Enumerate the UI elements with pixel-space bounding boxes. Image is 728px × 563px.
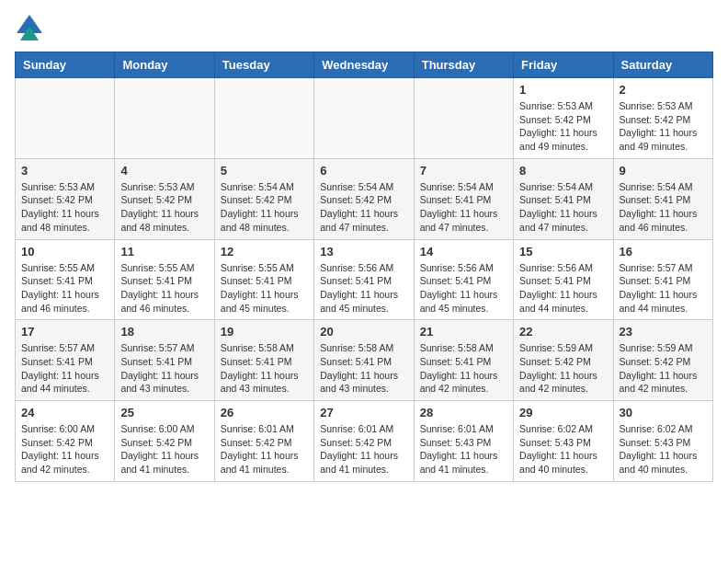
calendar-cell: 23Sunrise: 5:59 AM Sunset: 5:42 PM Dayli… bbox=[613, 320, 712, 401]
day-number: 19 bbox=[221, 325, 308, 339]
day-info: Sunrise: 5:59 AM Sunset: 5:42 PM Dayligh… bbox=[519, 341, 607, 396]
day-number: 23 bbox=[620, 325, 707, 339]
day-info: Sunrise: 5:54 AM Sunset: 5:42 PM Dayligh… bbox=[221, 180, 308, 235]
calendar-table: SundayMondayTuesdayWednesdayThursdayFrid… bbox=[15, 52, 713, 482]
day-number: 26 bbox=[221, 406, 308, 419]
calendar-week-row: 3Sunrise: 5:53 AM Sunset: 5:42 PM Daylig… bbox=[16, 158, 713, 239]
day-number: 10 bbox=[21, 245, 108, 259]
day-of-week-header: Thursday bbox=[414, 52, 513, 78]
day-number: 9 bbox=[620, 164, 707, 178]
day-number: 29 bbox=[519, 406, 607, 419]
day-info: Sunrise: 5:57 AM Sunset: 5:41 PM Dayligh… bbox=[21, 341, 108, 396]
calendar-cell: 25Sunrise: 6:00 AM Sunset: 5:42 PM Dayli… bbox=[115, 401, 214, 482]
day-number: 25 bbox=[120, 406, 208, 419]
day-info: Sunrise: 5:54 AM Sunset: 5:41 PM Dayligh… bbox=[519, 180, 607, 235]
calendar-cell: 6Sunrise: 5:54 AM Sunset: 5:42 PM Daylig… bbox=[314, 158, 414, 239]
calendar-week-row: 24Sunrise: 6:00 AM Sunset: 5:42 PM Dayli… bbox=[16, 401, 713, 482]
day-info: Sunrise: 5:56 AM Sunset: 5:41 PM Dayligh… bbox=[320, 261, 407, 316]
day-number: 5 bbox=[221, 164, 308, 178]
calendar-cell: 27Sunrise: 6:01 AM Sunset: 5:42 PM Dayli… bbox=[314, 401, 414, 482]
day-info: Sunrise: 6:01 AM Sunset: 5:42 PM Dayligh… bbox=[221, 422, 308, 477]
day-info: Sunrise: 5:54 AM Sunset: 5:41 PM Dayligh… bbox=[420, 180, 507, 235]
calendar-cell: 4Sunrise: 5:53 AM Sunset: 5:42 PM Daylig… bbox=[115, 158, 214, 239]
day-number: 12 bbox=[221, 245, 308, 259]
calendar-cell: 3Sunrise: 5:53 AM Sunset: 5:42 PM Daylig… bbox=[16, 158, 115, 239]
day-of-week-header: Tuesday bbox=[214, 52, 313, 78]
day-number: 3 bbox=[21, 164, 108, 178]
calendar-cell: 11Sunrise: 5:55 AM Sunset: 5:41 PM Dayli… bbox=[115, 239, 214, 320]
day-number: 24 bbox=[21, 406, 108, 419]
calendar-cell: 22Sunrise: 5:59 AM Sunset: 5:42 PM Dayli… bbox=[514, 320, 613, 401]
day-info: Sunrise: 6:01 AM Sunset: 5:43 PM Dayligh… bbox=[420, 422, 507, 477]
calendar-cell: 16Sunrise: 5:57 AM Sunset: 5:41 PM Dayli… bbox=[613, 239, 712, 320]
calendar-cell: 24Sunrise: 6:00 AM Sunset: 5:42 PM Dayli… bbox=[16, 401, 115, 482]
day-info: Sunrise: 5:53 AM Sunset: 5:42 PM Dayligh… bbox=[620, 99, 707, 154]
day-number: 4 bbox=[120, 164, 208, 178]
calendar-cell bbox=[314, 78, 414, 159]
day-number: 21 bbox=[420, 325, 507, 339]
calendar-cell: 12Sunrise: 5:55 AM Sunset: 5:41 PM Dayli… bbox=[214, 239, 313, 320]
day-info: Sunrise: 5:54 AM Sunset: 5:42 PM Dayligh… bbox=[320, 180, 407, 235]
calendar-cell: 14Sunrise: 5:56 AM Sunset: 5:41 PM Dayli… bbox=[414, 239, 513, 320]
day-number: 16 bbox=[620, 245, 707, 259]
calendar-week-row: 1Sunrise: 5:53 AM Sunset: 5:42 PM Daylig… bbox=[16, 78, 713, 159]
day-of-week-header: Friday bbox=[514, 52, 613, 78]
day-number: 15 bbox=[519, 245, 607, 259]
calendar-cell: 28Sunrise: 6:01 AM Sunset: 5:43 PM Dayli… bbox=[414, 401, 513, 482]
day-number: 6 bbox=[320, 164, 407, 178]
day-info: Sunrise: 5:57 AM Sunset: 5:41 PM Dayligh… bbox=[120, 341, 208, 396]
day-info: Sunrise: 5:55 AM Sunset: 5:41 PM Dayligh… bbox=[221, 261, 308, 316]
calendar-week-row: 17Sunrise: 5:57 AM Sunset: 5:41 PM Dayli… bbox=[16, 320, 713, 401]
day-number: 1 bbox=[519, 83, 607, 97]
day-info: Sunrise: 5:54 AM Sunset: 5:41 PM Dayligh… bbox=[620, 180, 707, 235]
day-info: Sunrise: 5:56 AM Sunset: 5:41 PM Dayligh… bbox=[420, 261, 507, 316]
calendar-header-row: SundayMondayTuesdayWednesdayThursdayFrid… bbox=[16, 52, 713, 78]
calendar-cell: 2Sunrise: 5:53 AM Sunset: 5:42 PM Daylig… bbox=[613, 78, 712, 159]
calendar-cell bbox=[115, 78, 214, 159]
day-of-week-header: Monday bbox=[115, 52, 214, 78]
day-number: 8 bbox=[519, 164, 607, 178]
calendar-cell: 17Sunrise: 5:57 AM Sunset: 5:41 PM Dayli… bbox=[16, 320, 115, 401]
calendar-cell bbox=[414, 78, 513, 159]
day-number: 17 bbox=[21, 325, 108, 339]
calendar-cell: 30Sunrise: 6:02 AM Sunset: 5:43 PM Dayli… bbox=[613, 401, 712, 482]
day-number: 30 bbox=[620, 406, 707, 419]
header bbox=[15, 15, 713, 40]
day-number: 28 bbox=[420, 406, 507, 419]
day-number: 11 bbox=[120, 245, 208, 259]
calendar-cell: 19Sunrise: 5:58 AM Sunset: 5:41 PM Dayli… bbox=[214, 320, 313, 401]
logo-icon bbox=[17, 15, 42, 40]
calendar-cell: 13Sunrise: 5:56 AM Sunset: 5:41 PM Dayli… bbox=[314, 239, 414, 320]
calendar-cell: 18Sunrise: 5:57 AM Sunset: 5:41 PM Dayli… bbox=[115, 320, 214, 401]
calendar-cell: 10Sunrise: 5:55 AM Sunset: 5:41 PM Dayli… bbox=[16, 239, 115, 320]
page: SundayMondayTuesdayWednesdayThursdayFrid… bbox=[0, 0, 728, 497]
day-number: 13 bbox=[320, 245, 407, 259]
calendar-cell: 8Sunrise: 5:54 AM Sunset: 5:41 PM Daylig… bbox=[514, 158, 613, 239]
day-number: 22 bbox=[519, 325, 607, 339]
day-number: 14 bbox=[420, 245, 507, 259]
day-number: 27 bbox=[320, 406, 407, 419]
day-info: Sunrise: 6:00 AM Sunset: 5:42 PM Dayligh… bbox=[120, 422, 208, 477]
calendar-cell: 26Sunrise: 6:01 AM Sunset: 5:42 PM Dayli… bbox=[214, 401, 313, 482]
day-number: 18 bbox=[120, 325, 208, 339]
calendar-cell: 20Sunrise: 5:58 AM Sunset: 5:41 PM Dayli… bbox=[314, 320, 414, 401]
calendar-cell: 21Sunrise: 5:58 AM Sunset: 5:41 PM Dayli… bbox=[414, 320, 513, 401]
calendar-cell bbox=[16, 78, 115, 159]
calendar-cell: 5Sunrise: 5:54 AM Sunset: 5:42 PM Daylig… bbox=[214, 158, 313, 239]
day-info: Sunrise: 5:53 AM Sunset: 5:42 PM Dayligh… bbox=[120, 180, 208, 235]
logo bbox=[15, 15, 42, 40]
day-number: 7 bbox=[420, 164, 507, 178]
calendar-cell: 9Sunrise: 5:54 AM Sunset: 5:41 PM Daylig… bbox=[613, 158, 712, 239]
day-info: Sunrise: 6:02 AM Sunset: 5:43 PM Dayligh… bbox=[519, 422, 607, 477]
calendar-cell bbox=[214, 78, 313, 159]
day-number: 2 bbox=[620, 83, 707, 97]
day-of-week-header: Saturday bbox=[613, 52, 712, 78]
calendar-cell: 15Sunrise: 5:56 AM Sunset: 5:41 PM Dayli… bbox=[514, 239, 613, 320]
day-of-week-header: Sunday bbox=[16, 52, 115, 78]
calendar-cell: 7Sunrise: 5:54 AM Sunset: 5:41 PM Daylig… bbox=[414, 158, 513, 239]
day-info: Sunrise: 5:53 AM Sunset: 5:42 PM Dayligh… bbox=[21, 180, 108, 235]
day-number: 20 bbox=[320, 325, 407, 339]
day-info: Sunrise: 5:58 AM Sunset: 5:41 PM Dayligh… bbox=[420, 341, 507, 396]
day-info: Sunrise: 5:55 AM Sunset: 5:41 PM Dayligh… bbox=[21, 261, 108, 316]
day-info: Sunrise: 5:56 AM Sunset: 5:41 PM Dayligh… bbox=[519, 261, 607, 316]
